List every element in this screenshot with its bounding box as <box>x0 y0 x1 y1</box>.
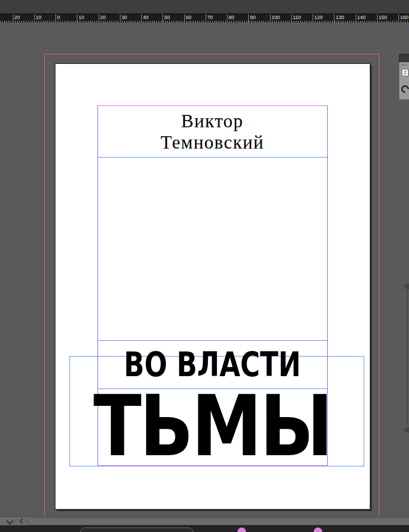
floating-panel[interactable] <box>399 62 409 100</box>
ruler-major-tick <box>184 14 185 22</box>
horizontal-scrollbar[interactable] <box>0 516 409 526</box>
chevron-down-icon[interactable] <box>6 517 13 525</box>
ruler-major-tick <box>141 14 142 22</box>
status-bar <box>0 525 409 532</box>
ruler-major-tick <box>206 14 206 22</box>
ruler-major-tick <box>13 14 13 22</box>
bleed-guide-right <box>379 54 379 516</box>
author-line-1: Виктор <box>98 110 327 132</box>
status-dot[interactable] <box>238 528 246 532</box>
ruler-tick-label: 100 <box>272 15 280 20</box>
author-name-text[interactable]: Виктор Темновский <box>98 106 327 158</box>
ruler-major-tick <box>334 14 334 22</box>
docked-panel-edge[interactable] <box>407 286 409 425</box>
pasteboard[interactable]: Виктор Темновский ВО ВЛАСТИ ТЬМЫ <box>0 22 409 516</box>
status-dot[interactable] <box>314 528 322 532</box>
ruler-tick-label: 70 <box>207 15 213 20</box>
ruler-tick-label: 0 <box>57 15 60 20</box>
ruler-tick-label: 90 <box>250 15 255 20</box>
statusbar-field[interactable] <box>80 528 193 532</box>
author-line-2: Темновский <box>98 132 327 153</box>
ring-tool-icon[interactable] <box>399 84 409 95</box>
ruler-tick-label: 110 <box>293 15 301 20</box>
ruler-major-tick <box>77 14 77 22</box>
ruler-major-tick <box>377 14 378 22</box>
ruler-major-tick <box>270 14 271 22</box>
ruler-tick-label: 10 <box>78 15 84 20</box>
ruler-tick-label: 20 <box>15 15 20 20</box>
ruler-major-tick <box>356 14 356 22</box>
ruler-major-tick <box>55 14 56 22</box>
chevron-left-icon[interactable] <box>20 519 25 524</box>
ruler-tick-label: 140 <box>357 15 366 20</box>
ruler-major-tick <box>313 14 313 22</box>
docked-panel-bottom-notch <box>405 427 409 433</box>
docked-panel-top-notch <box>405 284 409 289</box>
bleed-guide-left <box>44 54 45 516</box>
ruler-major-tick <box>162 14 163 22</box>
ruler-tick-label: 20 <box>100 15 106 20</box>
bleed-guide-top <box>44 54 379 54</box>
ruler-tick-label: 40 <box>143 15 148 20</box>
ruler-tick-label: 60 <box>186 15 192 20</box>
ruler-tick-label: 50 <box>164 15 170 20</box>
main-title-text[interactable]: ТЬМЫ <box>117 387 309 465</box>
ruler-tick-label: 30 <box>122 15 127 20</box>
ruler-major-tick <box>248 14 249 22</box>
ruler-tick-label: 120 <box>314 15 323 20</box>
ruler-major-tick <box>99 14 99 22</box>
ruler-tick-label: 150 <box>379 15 387 20</box>
ruler-tick-label: 130 <box>336 15 344 20</box>
scrollbar-thumb[interactable] <box>27 518 409 525</box>
horizontal-ruler[interactable]: 2010010203040506070809010011012013014015… <box>0 13 409 23</box>
ruler-major-tick <box>120 14 120 22</box>
ruler-major-tick <box>398 14 399 22</box>
application-toolbar <box>0 0 409 13</box>
ruler-major-tick <box>227 14 227 22</box>
ruler-major-tick <box>291 14 292 22</box>
ruler-major-tick <box>34 14 35 22</box>
checkered-swatch-icon[interactable] <box>402 69 408 76</box>
ruler-tick-label: 80 <box>229 15 234 20</box>
ruler-tick-label: 160 <box>400 15 408 20</box>
panel-grip-icon[interactable] <box>401 64 408 66</box>
ruler-tick-label: 10 <box>36 15 41 20</box>
